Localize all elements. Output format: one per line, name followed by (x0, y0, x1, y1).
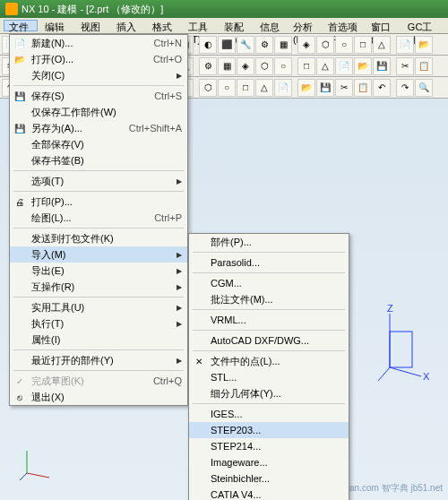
file-item-17[interactable]: 导出(E)▶ (10, 263, 187, 279)
menu-item-label: Steinbichler... (211, 473, 270, 484)
import-item-11[interactable]: ✕文件中的点(L)... (189, 353, 349, 369)
toolbar-button[interactable]: 📄 (396, 36, 414, 54)
file-item-1[interactable]: 📂打开(O)...Ctrl+O (10, 51, 187, 67)
toolbar-button[interactable]: 📂 (415, 36, 433, 54)
file-item-18[interactable]: 互操作(R)▶ (10, 279, 187, 295)
toolbar-button[interactable]: 🔍 (415, 79, 433, 97)
import-item-20[interactable]: CATIA V4... (189, 487, 349, 500)
file-item-15[interactable]: 发送到打包文件(K) (10, 230, 187, 246)
menu-item-icon: 🖨 (13, 195, 26, 208)
menu-2[interactable]: 视图(V) (75, 20, 109, 31)
menu-item-label: CGM... (211, 278, 242, 289)
toolbar-button[interactable]: □ (297, 57, 315, 75)
file-item-4[interactable]: 💾保存(S)Ctrl+S (10, 88, 187, 104)
file-item-13[interactable]: 绘图(L)...Ctrl+P (10, 210, 187, 226)
file-item-27[interactable]: ⎋退出(X) (10, 389, 187, 405)
menu-11[interactable]: GC工具箱 (402, 20, 444, 31)
file-item-0[interactable]: 📄新建(N)...Ctrl+N (10, 35, 187, 51)
toolbar-button[interactable]: ◈ (237, 57, 254, 75)
import-item-5[interactable]: 批注文件(M)... (189, 291, 349, 307)
file-item-12[interactable]: 🖨打印(P)... (10, 194, 187, 210)
menu-item-icon: 💾 (13, 90, 26, 102)
menu-1[interactable]: 编辑(E) (39, 20, 73, 31)
menu-shortcut: Ctrl+P (136, 212, 182, 223)
menu-bar: 文件(F)编辑(E)视图(V)插入(S)格式(R)工具(T)装配(A)信息(I)… (0, 18, 448, 34)
file-item-22[interactable]: 属性(I) (10, 332, 187, 348)
submenu-arrow-icon: ▶ (159, 251, 182, 259)
import-item-17[interactable]: STEP214... (189, 438, 349, 454)
toolbar-button[interactable]: ↶ (373, 79, 391, 97)
toolbar-button[interactable]: △ (373, 36, 391, 54)
toolbar-button[interactable]: △ (316, 57, 334, 75)
menu-5[interactable]: 工具(T) (183, 20, 217, 31)
toolbar-button[interactable]: ✂ (396, 57, 414, 75)
menu-4[interactable]: 格式(R) (147, 20, 181, 31)
toolbar-button[interactable]: 📂 (297, 79, 315, 97)
import-item-19[interactable]: Steinbichler... (189, 470, 349, 487)
import-item-12[interactable]: STL... (189, 369, 349, 385)
toolbar-button[interactable]: ⬡ (199, 79, 217, 97)
toolbar-button[interactable]: 📄 (335, 57, 353, 75)
menu-6[interactable]: 装配(A) (219, 20, 253, 31)
file-item-7[interactable]: 全部保存(V) (10, 136, 187, 152)
import-item-15[interactable]: IGES... (189, 406, 349, 422)
file-item-8[interactable]: 保存书签(B) (10, 152, 187, 168)
toolbar-button[interactable]: 📄 (274, 79, 292, 97)
toolbar-button[interactable]: ○ (274, 57, 292, 75)
menu-separator (193, 350, 345, 351)
menu-9[interactable]: 首选项(P) (323, 20, 364, 31)
file-item-24[interactable]: 最近打开的部件(Y)▶ (10, 352, 187, 368)
toolbar-button[interactable]: ○ (335, 36, 353, 54)
menu-0[interactable]: 文件(F) (4, 20, 38, 31)
toolbar-button[interactable]: □ (237, 79, 254, 97)
toolbar-button[interactable]: ⚙ (255, 36, 273, 54)
import-item-16[interactable]: STEP203... (189, 422, 349, 438)
app-icon (5, 3, 18, 15)
import-item-13[interactable]: 细分几何体(Y)... (189, 385, 349, 401)
toolbar-button[interactable]: ⚙ (199, 57, 217, 75)
toolbar-button[interactable]: ⬛ (218, 36, 236, 54)
file-item-5[interactable]: 仅保存工作部件(W) (10, 104, 187, 120)
toolbar-button[interactable]: ✂ (335, 79, 353, 97)
toolbar-button[interactable]: 💾 (316, 79, 334, 97)
toolbar-button[interactable]: 💾 (373, 57, 391, 75)
toolbar-button[interactable]: 🔧 (237, 36, 254, 54)
menu-7[interactable]: 信息(I) (254, 20, 286, 31)
menu-8[interactable]: 分析(L) (288, 20, 321, 31)
file-item-6[interactable]: 💾另存为(A)...Ctrl+Shift+A (10, 120, 187, 136)
toolbar-button[interactable]: ⬡ (316, 36, 334, 54)
menu-shortcut: Ctrl+Shift+A (111, 123, 182, 134)
file-item-10[interactable]: 选项(T)▶ (10, 173, 187, 189)
toolbar-button[interactable]: □ (354, 36, 372, 54)
menu-item-label: 保存(S) (31, 90, 65, 103)
toolbar-button[interactable]: ◈ (297, 36, 315, 54)
toolbar-button[interactable]: 📋 (354, 79, 372, 97)
toolbar-button[interactable]: 📂 (354, 57, 372, 75)
file-item-20[interactable]: 实用工具(U)▶ (10, 299, 187, 315)
toolbar-button[interactable]: ⬡ (255, 57, 273, 75)
import-item-7[interactable]: VRML... (189, 312, 349, 328)
file-item-16[interactable]: 导入(M)▶ (10, 246, 187, 263)
import-item-2[interactable]: Parasolid... (189, 254, 349, 271)
toolbar-button[interactable]: ▦ (218, 57, 236, 75)
file-item-2[interactable]: 关闭(C)▶ (10, 67, 187, 83)
menu-separator (13, 228, 184, 228)
toolbar-button[interactable]: 📋 (415, 57, 433, 75)
menu-3[interactable]: 插入(S) (111, 20, 145, 31)
menu-item-label: 部件(P)... (211, 236, 252, 249)
import-item-0[interactable]: 部件(P)... (189, 234, 349, 250)
menu-10[interactable]: 窗口(O) (366, 20, 401, 31)
import-item-9[interactable]: AutoCAD DXF/DWG... (189, 332, 349, 349)
menu-item-label: 关闭(C) (31, 69, 65, 82)
menu-item-label: 仅保存工作部件(W) (31, 106, 116, 119)
toolbar-button[interactable]: ◐ (199, 36, 217, 54)
file-item-21[interactable]: 执行(T)▶ (10, 315, 187, 332)
import-item-18[interactable]: Imageware... (189, 454, 349, 470)
menu-separator (13, 349, 184, 350)
import-item-4[interactable]: CGM... (189, 275, 349, 291)
toolbar-button[interactable]: ↷ (396, 79, 414, 97)
toolbar-button[interactable]: ○ (218, 79, 236, 97)
svg-line-8 (20, 473, 27, 480)
toolbar-button[interactable]: ▦ (274, 36, 292, 54)
toolbar-button[interactable]: △ (255, 79, 273, 97)
